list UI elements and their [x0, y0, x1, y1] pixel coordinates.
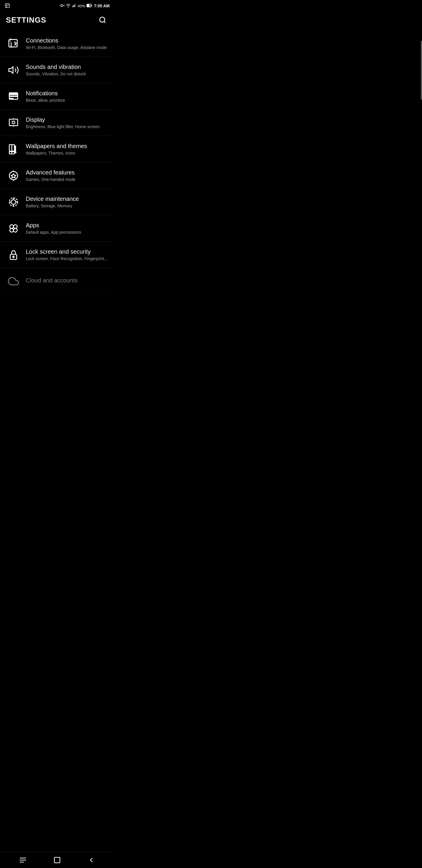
mute-icon: [60, 3, 65, 9]
settings-list: Connections Wi-Fi, Bluetooth, Data usage…: [0, 31, 114, 294]
cloud-icon: [6, 274, 21, 289]
notifications-title: Notifications: [26, 90, 108, 97]
sounds-title: Sounds and vibration: [26, 64, 108, 70]
recent-apps-button[interactable]: [14, 854, 32, 866]
notifications-icon: [6, 89, 21, 104]
advanced-title: Advanced features: [26, 169, 108, 176]
svg-point-50: [13, 256, 14, 257]
svg-point-15: [100, 17, 105, 22]
wallpapers-subtitle: Wallpapers, Themes, Icons: [26, 151, 108, 155]
sounds-subtitle: Sounds, Vibration, Do not disturb: [26, 71, 108, 76]
connections-title: Connections: [26, 37, 108, 44]
svg-point-47: [10, 228, 13, 232]
back-icon: [87, 856, 96, 864]
lockscreen-subtitle: Lock screen, Face Recognition, Fingerpri…: [26, 256, 108, 261]
status-time: 7:05 AM: [94, 3, 109, 8]
svg-rect-55: [55, 857, 60, 863]
settings-item-connections[interactable]: Connections Wi-Fi, Bluetooth, Data usage…: [0, 31, 114, 57]
settings-item-wallpapers[interactable]: Wallpapers and themes Wallpapers, Themes…: [0, 136, 114, 162]
display-icon: [6, 115, 21, 130]
lockscreen-text: Lock screen and security Lock screen, Fa…: [26, 248, 108, 261]
home-button[interactable]: [48, 854, 66, 866]
settings-item-maintenance[interactable]: Device maintenance Battery, Storage, Mem…: [0, 189, 114, 215]
maintenance-icon: [6, 194, 21, 210]
connections-subtitle: Wi-Fi, Bluetooth, Data usage, Airplane m…: [26, 45, 108, 50]
svg-rect-25: [9, 93, 18, 94]
cloud-title: Cloud and accounts: [26, 277, 108, 284]
svg-point-6: [68, 7, 68, 7]
maintenance-text: Device maintenance Battery, Storage, Mem…: [26, 195, 108, 208]
wallpaper-icon: [6, 142, 21, 157]
search-icon: [99, 16, 106, 24]
settings-item-lockscreen[interactable]: Lock screen and security Lock screen, Fa…: [0, 242, 114, 268]
settings-item-apps[interactable]: Apps Default apps, App permissions: [0, 215, 114, 242]
svg-rect-7: [72, 6, 73, 7]
svg-rect-12: [87, 4, 89, 7]
status-bar-right: 40% ⚡ 7:05 AM: [60, 3, 109, 9]
status-bar-left-icon: [5, 3, 10, 9]
status-bar: 40% ⚡ 7:05 AM: [0, 0, 114, 10]
settings-item-cloud[interactable]: Cloud and accounts: [0, 268, 114, 294]
apps-subtitle: Default apps, App permissions: [26, 230, 108, 235]
signal-icon: [72, 3, 76, 9]
page-title: SETTINGS: [6, 16, 46, 25]
display-subtitle: Brightness, Blue light filter, Home scre…: [26, 124, 108, 129]
lockscreen-title: Lock screen and security: [26, 248, 108, 255]
wallpapers-text: Wallpapers and themes Wallpapers, Themes…: [26, 143, 108, 155]
settings-list-container: Connections Wi-Fi, Bluetooth, Data usage…: [0, 31, 114, 311]
svg-point-48: [13, 228, 17, 232]
maintenance-title: Device maintenance: [26, 195, 108, 202]
battery-indicator: 40%: [78, 4, 85, 8]
notifications-text: Notifications Block, allow, prioritize: [26, 90, 108, 103]
svg-line-16: [104, 22, 105, 23]
settings-item-notifications[interactable]: Notifications Block, allow, prioritize: [0, 83, 114, 110]
svg-point-46: [13, 225, 17, 228]
display-title: Display: [26, 116, 108, 123]
settings-item-advanced[interactable]: Advanced features Games, One-handed mode: [0, 162, 114, 189]
advanced-subtitle: Games, One-handed mode: [26, 177, 108, 182]
display-text: Display Brightness, Blue light filter, H…: [26, 116, 108, 129]
sound-icon: [6, 62, 21, 78]
settings-header: SETTINGS: [0, 10, 114, 31]
search-button[interactable]: [97, 14, 108, 26]
recent-apps-icon: [19, 856, 27, 864]
svg-rect-10: [75, 3, 75, 7]
back-button[interactable]: [83, 854, 100, 866]
home-icon: [53, 856, 61, 864]
svg-rect-26: [9, 94, 18, 96]
settings-item-sounds[interactable]: Sounds and vibration Sounds, Vibration, …: [0, 57, 114, 83]
apps-title: Apps: [26, 222, 108, 229]
svg-point-28: [12, 121, 15, 124]
wifi-icon: [66, 3, 71, 9]
svg-rect-9: [74, 4, 75, 7]
maintenance-subtitle: Battery, Storage, Memory: [26, 204, 108, 208]
svg-point-45: [10, 225, 13, 228]
sounds-text: Sounds and vibration Sounds, Vibration, …: [26, 64, 108, 76]
svg-rect-27: [9, 119, 18, 125]
settings-item-display[interactable]: Display Brightness, Blue light filter, H…: [0, 110, 114, 136]
svg-marker-20: [9, 67, 13, 73]
svg-marker-3: [60, 4, 62, 7]
lock-icon: [6, 247, 21, 262]
advanced-text: Advanced features Games, One-handed mode: [26, 169, 108, 182]
notifications-subtitle: Block, allow, prioritize: [26, 98, 108, 103]
svg-point-40: [11, 200, 16, 205]
cloud-text: Cloud and accounts: [26, 277, 108, 285]
connections-icon: [6, 36, 21, 51]
apps-icon: [6, 221, 21, 236]
apps-text: Apps Default apps, App permissions: [26, 222, 108, 235]
connections-text: Connections Wi-Fi, Bluetooth, Data usage…: [26, 37, 108, 50]
advanced-icon: [6, 168, 21, 183]
bottom-navigation: [0, 851, 114, 868]
wallpapers-title: Wallpapers and themes: [26, 143, 108, 150]
svg-text:⚡: ⚡: [89, 5, 91, 7]
battery-icon: ⚡: [87, 4, 92, 8]
svg-rect-0: [5, 3, 9, 8]
svg-point-36: [9, 171, 18, 180]
svg-rect-8: [73, 5, 73, 7]
